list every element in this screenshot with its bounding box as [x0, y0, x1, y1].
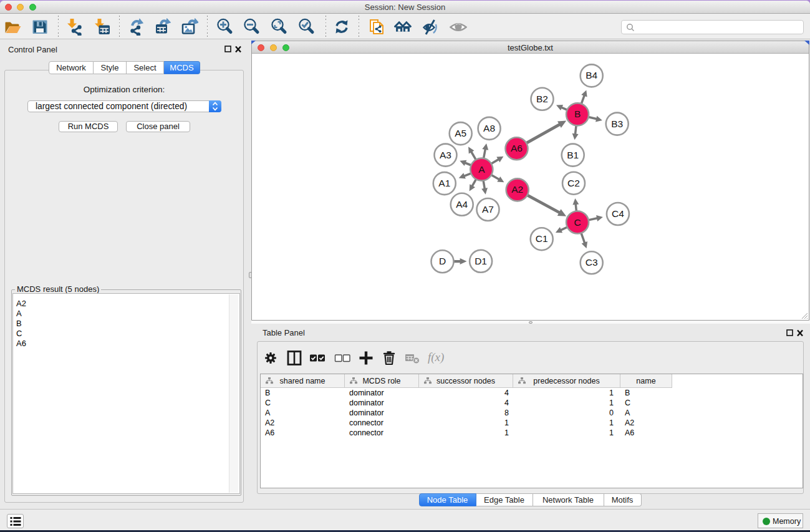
- svg-text:C: C: [574, 217, 581, 228]
- svg-text:B4: B4: [586, 70, 597, 80]
- svg-text:B1: B1: [567, 150, 579, 160]
- svg-text:C4: C4: [612, 208, 624, 219]
- svg-text:B: B: [574, 109, 581, 119]
- svg-text:A2: A2: [511, 184, 523, 195]
- svg-text:B2: B2: [536, 94, 548, 104]
- svg-text:C1: C1: [536, 233, 548, 244]
- svg-text:A: A: [478, 164, 485, 175]
- svg-text:C3: C3: [586, 257, 598, 268]
- svg-text:A3: A3: [440, 150, 451, 160]
- svg-text:A7: A7: [482, 204, 494, 215]
- svg-text:A4: A4: [456, 199, 468, 210]
- svg-text:A6: A6: [511, 143, 523, 153]
- svg-text:D: D: [439, 256, 446, 266]
- svg-text:C2: C2: [567, 178, 580, 188]
- svg-text:A5: A5: [455, 128, 466, 138]
- svg-text:D1: D1: [475, 256, 487, 266]
- svg-text:A1: A1: [438, 178, 450, 188]
- svg-text:A8: A8: [483, 123, 495, 133]
- svg-text:B3: B3: [611, 118, 623, 129]
